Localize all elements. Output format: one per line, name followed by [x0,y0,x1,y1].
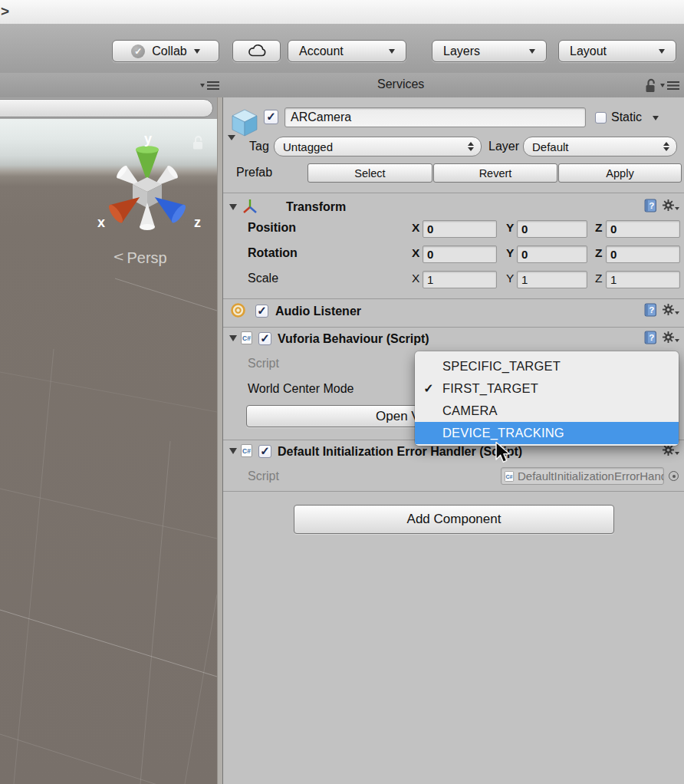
check-icon: ✓ [266,110,276,122]
gizmo-z-label: z [194,215,201,230]
svg-text:C#: C# [506,473,513,479]
gizmo-y-axis[interactable] [136,146,159,182]
layers-label: Layers [443,44,480,58]
cloud-button[interactable] [232,40,281,62]
add-component-button[interactable]: Add Component [294,505,614,534]
transform-title: Transform [286,200,346,214]
transform-position-row: Position X 0 Y 0 Z 0 [223,220,684,238]
default-handler-foldout[interactable] [229,448,237,454]
cloud-icon [245,43,268,59]
check-icon: ✓ [260,445,270,456]
persp-arrow-icon: < [113,250,123,264]
tag-dropdown[interactable]: Untagged [274,137,482,156]
transform-rotation-row: Rotation X 0 Y 0 Z 0 [223,245,684,263]
open-vuforia-label: Open V [376,409,420,424]
prefab-select-button[interactable]: Select [307,163,432,183]
main-toolbar: ✓ Collab Account Layers Layout [0,25,684,74]
gizmo-x-label: x [97,215,105,230]
rotation-x-field[interactable]: 0 [423,245,497,263]
gizmo-y-label: y [144,131,152,147]
scale-y-field[interactable]: 1 [517,271,587,288]
layers-dropdown[interactable]: Layers [432,40,547,62]
menu-item-label: FIRST_TARGET [442,381,538,396]
help-icon[interactable]: ? [644,199,657,212]
account-label: Account [299,44,344,58]
help-icon[interactable]: ? [644,331,657,344]
gameobject-cube-icon [229,107,260,137]
scene-toolbar-pill[interactable] [0,99,213,117]
vuforia-checkbox[interactable]: ✓ [258,332,271,345]
gizmo-persp-toggle[interactable]: < Persp [113,249,167,267]
menu-item-camera[interactable]: CAMERA [415,400,679,422]
tag-label: Tag [249,140,269,153]
default-handler-gear-icon[interactable] [663,444,679,456]
left-pane-menu-icon[interactable] [200,81,219,90]
help-icon[interactable]: ? [644,303,657,317]
svg-text:?: ? [649,305,654,315]
world-center-mode-label: World Center Mode [248,382,354,396]
default-handler-checkbox[interactable]: ✓ [258,445,271,458]
layer-value: Default [532,140,569,153]
world-center-mode-popup: SPECIFIC_TARGET ✓ FIRST_TARGET CAMERA DE… [415,351,679,446]
window-title-strip: > [0,0,684,25]
gameobject-icon-caret[interactable] [228,135,235,140]
popup-arrows-icon [663,142,669,151]
position-y-field[interactable]: 0 [517,220,587,238]
position-x-field[interactable]: 0 [423,220,497,238]
vuforia-gear-icon[interactable] [663,331,679,343]
static-label: Static [611,110,642,124]
rotation-y-field[interactable]: 0 [517,245,587,263]
menu-item-specific-target[interactable]: SPECIFIC_TARGET [415,355,679,377]
account-dropdown[interactable]: Account [288,40,406,62]
menu-item-first-target[interactable]: ✓ FIRST_TARGET [415,377,679,400]
lock-icon[interactable] [645,78,656,93]
gameobject-name-field[interactable]: ARCamera [284,107,586,127]
gameobject-active-checkbox[interactable]: ✓ [264,110,278,124]
collab-button[interactable]: ✓ Collab [112,40,219,62]
static-checkbox[interactable] [595,112,607,124]
rotation-z-field[interactable]: 0 [606,245,680,263]
rotation-label: Rotation [248,246,298,260]
transform-gear-icon[interactable] [663,199,679,211]
audio-listener-checkbox[interactable]: ✓ [255,305,268,318]
scale-x-field[interactable]: 1 [423,271,497,288]
scene-view[interactable]: y x z < Persp [0,119,217,784]
inspector-panel: ✓ ARCamera Static Tag Untagged Layer Def… [222,97,684,784]
gizmo-minus-y-axis[interactable] [140,203,155,230]
menu-item-label: SPECIFIC_TARGET [442,359,561,374]
scale-z-field[interactable]: 1 [606,271,680,288]
panel-tab-bar: i Inspector Services [0,73,684,97]
default-handler-title: Default Initialization Error Handler (Sc… [278,445,522,459]
transform-scale-row: Scale X 1 Y 1 Z 1 [223,271,684,288]
svg-text:C#: C# [242,447,251,455]
layer-dropdown[interactable]: Default [523,137,677,156]
position-z-field[interactable]: 0 [606,220,680,238]
chevron-down-icon [529,49,535,54]
menu-item-label: DEVICE_TRACKING [442,426,564,440]
inspector-menu-icon[interactable] [660,81,679,90]
layer-label: Layer [488,140,519,153]
check-icon: ✓ [257,305,267,316]
static-caret-icon[interactable] [653,116,659,120]
menu-item-label: CAMERA [442,404,498,418]
default-handler-script-field[interactable]: C# DefaultInitializationErrorHand [501,467,664,485]
prefab-apply-button[interactable]: Apply [558,163,682,183]
vuforia-foldout[interactable] [229,335,237,341]
transform-foldout[interactable] [229,204,237,210]
collab-check-icon: ✓ [131,44,145,58]
audio-listener-gear-icon[interactable] [663,304,679,315]
mouse-cursor [494,441,512,466]
panel-divider[interactable] [217,97,222,784]
collab-label: Collab [152,44,186,58]
object-picker-icon[interactable] [669,471,679,481]
chevron-down-icon [194,49,200,54]
tab-services[interactable]: Services [377,77,424,91]
unity-editor-window: > ✓ Collab Account Layers Layout [0,0,684,784]
menu-item-device-tracking[interactable]: DEVICE_TRACKING [415,422,679,444]
svg-text:C#: C# [242,334,251,342]
layout-label: Layout [570,44,607,58]
scene-toolbar-strip [0,97,217,119]
layout-dropdown[interactable]: Layout [558,40,676,62]
prefab-revert-button[interactable]: Revert [433,163,557,183]
scene-gizmo[interactable]: y x z [82,127,212,249]
